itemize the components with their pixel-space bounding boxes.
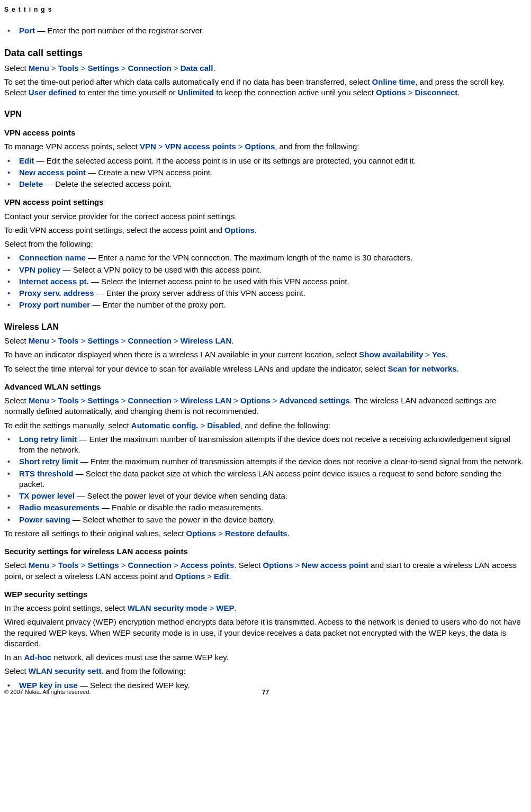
heading-vpn-ap: VPN access points <box>4 128 527 138</box>
path-item: Settings <box>87 64 119 73</box>
text: , and from the following: <box>275 142 359 151</box>
term: RTS threshold <box>19 469 74 478</box>
separator: > <box>156 142 165 151</box>
term: Disconnect <box>415 88 457 97</box>
desc: — Create a new VPN access point. <box>86 168 212 177</box>
separator: > <box>205 572 214 581</box>
separator: > <box>236 142 245 151</box>
path-item: Tools <box>58 561 79 570</box>
separator: > <box>172 561 181 570</box>
term: New access point <box>19 168 86 177</box>
separator: > <box>119 64 128 73</box>
text: and from the following: <box>104 666 186 675</box>
term: New access point <box>302 561 368 570</box>
list-item: Radio measurements — Enable or disable t… <box>4 502 527 513</box>
term: Restore defaults <box>225 529 287 538</box>
text: Select <box>4 336 29 345</box>
desc: — Enable or disable the radio measuremen… <box>100 503 263 512</box>
text: to enter the time yourself or <box>77 88 178 97</box>
text: Select <box>4 666 29 675</box>
vpn-ap-desc: To manage VPN access points, select VPN>… <box>4 141 527 152</box>
path-item: Data call <box>181 64 213 73</box>
separator: > <box>271 396 280 405</box>
term: Radio measurements <box>19 503 100 512</box>
term: Online time <box>372 77 416 86</box>
heading-vpn-ap-settings: VPN access point settings <box>4 197 527 207</box>
term: Long retry limit <box>19 435 77 444</box>
path-item: Tools <box>58 396 79 405</box>
desc: — Enter the maximum number of transmissi… <box>78 457 524 466</box>
text: . Select <box>234 561 263 570</box>
text: . <box>457 364 459 373</box>
separator: > <box>119 561 128 570</box>
text: Select <box>4 64 29 73</box>
text: To edit the settings manually, select <box>4 421 131 430</box>
port-bullet-list: Port — Enter the port number of the regi… <box>4 25 527 36</box>
wlan-path: Select Menu>Tools>Settings>Connection>Wi… <box>4 336 527 346</box>
desc: — Select a VPN policy to be used with th… <box>60 265 261 274</box>
vpn-ap-set-p1: Contact your service provider for the co… <box>4 211 527 222</box>
heading-data-call: Data call settings <box>4 47 527 59</box>
path-item: Settings <box>87 396 119 405</box>
separator: > <box>423 350 432 359</box>
term: Connection name <box>19 253 86 262</box>
list-item: Internet access pt. — Select the Interne… <box>4 276 527 287</box>
text: In the access point settings, select <box>4 603 128 612</box>
text: . <box>457 88 460 97</box>
desc: — Enter a name for the VPN connection. T… <box>86 253 413 262</box>
term: Options <box>376 88 406 97</box>
term: WLAN security mode <box>128 603 208 612</box>
heading-sec-wlan-ap: Security settings for wireless LAN acces… <box>4 546 527 557</box>
adv-wlan-bullet-list: Long retry limit — Enter the maximum num… <box>4 434 527 525</box>
text: . <box>234 603 236 612</box>
text: . <box>287 529 289 538</box>
term: Edit <box>19 156 34 165</box>
separator: > <box>406 88 415 97</box>
desc: — Enter the maximum number of transmissi… <box>19 435 510 454</box>
list-item: Long retry limit — Enter the maximum num… <box>4 434 527 456</box>
list-item: RTS threshold — Select the data packet s… <box>4 468 527 490</box>
wep-p4: Select WLAN security sett. and from the … <box>4 666 527 676</box>
heading-wlan: Wireless LAN <box>4 321 527 333</box>
separator: > <box>231 396 240 405</box>
list-item: VPN policy — Select a VPN policy to be u… <box>4 265 527 275</box>
text: In an <box>4 653 24 662</box>
term: Show availability <box>359 350 423 359</box>
path-item: Connection <box>128 336 172 345</box>
text: To have an indicator displayed when ther… <box>4 350 359 359</box>
text: . <box>231 336 233 345</box>
text: To restore all settings to their origina… <box>4 529 186 538</box>
separator: > <box>207 603 216 612</box>
path-item: Wireless LAN <box>181 396 232 405</box>
term: Unlimited <box>178 88 214 97</box>
heading-vpn: VPN <box>4 109 527 120</box>
separator: > <box>172 396 181 405</box>
term: User defined <box>29 88 77 97</box>
copyright-text: © 2007 Nokia. All rights reserved. <box>4 689 91 695</box>
vpn-settings-bullet-list: Connection name — Enter a name for the V… <box>4 252 527 310</box>
separator: > <box>79 64 88 73</box>
term: WLAN security sett. <box>29 666 104 675</box>
desc: — Enter the number of the proxy port. <box>90 300 226 309</box>
term: Options <box>175 572 205 581</box>
text: . <box>446 350 448 359</box>
page-header-title: Settings <box>4 5 527 14</box>
page-footer: © 2007 Nokia. All rights reserved. 77 <box>4 688 527 696</box>
path-item: Settings <box>87 336 119 345</box>
text: network, all devices must use the same W… <box>51 653 229 662</box>
list-item: New access point — Create a new VPN acce… <box>4 167 527 178</box>
separator: > <box>49 396 58 405</box>
list-item: Short retry limit — Enter the maximum nu… <box>4 456 527 467</box>
term: WEP <box>216 603 234 612</box>
term: VPN <box>140 142 156 151</box>
path-item: Connection <box>128 396 172 405</box>
path-item: Options <box>240 396 271 405</box>
path-item: Advanced settings <box>279 396 349 405</box>
list-item: Proxy serv. address — Enter the proxy se… <box>4 288 527 299</box>
wlan-p3: To select the time interval for your dev… <box>4 364 527 374</box>
term: Delete <box>19 179 43 188</box>
term: Options <box>186 529 217 538</box>
text: . <box>229 572 231 581</box>
list-item: Edit — Edit the selected access point. I… <box>4 156 527 166</box>
separator: > <box>79 396 88 405</box>
